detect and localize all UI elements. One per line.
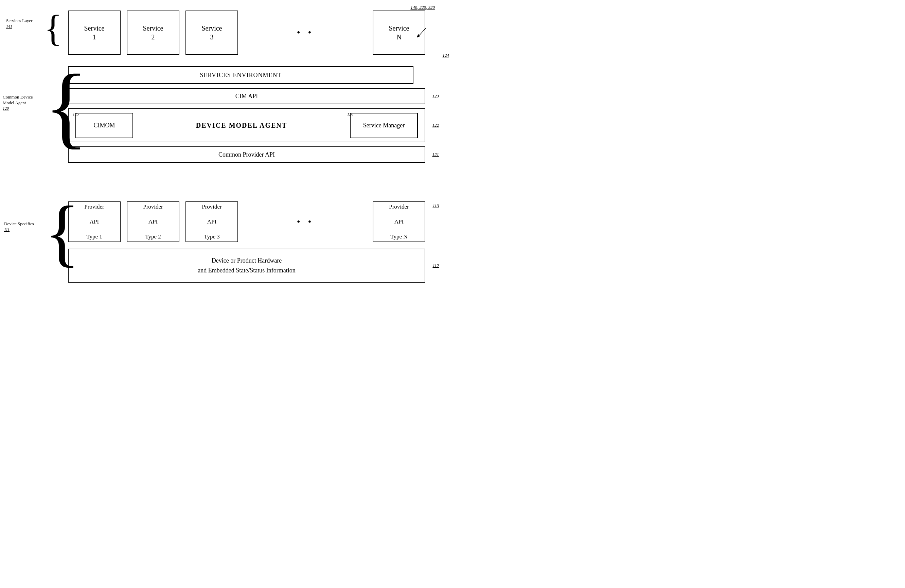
dma-label: DEVICE MODEL AGENT xyxy=(133,122,350,129)
services-dots: • • xyxy=(244,27,367,38)
services-env-box: SERVICES ENVIRONMENT xyxy=(68,66,413,84)
provider-box-1: Provider API Type 1 xyxy=(68,202,121,242)
provider-row: Provider API Type 1 Provider API Type 2 … xyxy=(68,200,426,244)
hardware-container: Device or Product Hardware and Embedded … xyxy=(68,249,426,283)
cdma-layer-label: Common Device Model Agent 120 xyxy=(3,94,33,111)
diagram-container: { Services Layer 141 Service 1 Service 2… xyxy=(0,0,452,294)
ref-140-220-320: 140, 220, 320 xyxy=(411,5,435,10)
cimom-box: CIMOM xyxy=(75,113,133,138)
cim-api-container: CIM API 123 xyxy=(68,88,426,104)
provider-box-2: Provider API Type 2 xyxy=(127,202,179,242)
ref-112: 112 xyxy=(432,263,439,269)
service-manager-box: Service Manager xyxy=(350,113,418,138)
common-provider-container: Common Provider API 121 xyxy=(68,146,426,163)
services-layer-label: Services Layer 141 xyxy=(6,17,33,30)
provider-dots: • • xyxy=(244,216,367,227)
ref-121: 121 xyxy=(432,152,439,157)
services-env-container: SERVICES ENVIRONMENT xyxy=(68,66,426,84)
dma-row-inner: CIMOM DEVICE MODEL AGENT Service Manager xyxy=(68,109,425,141)
common-provider-box: Common Provider API xyxy=(68,146,426,163)
dma-row-outer: 125 126 CIMOM DEVICE MODEL AGENT Service… xyxy=(68,108,426,142)
service-box-1: Service 1 xyxy=(68,11,121,55)
service-box-2: Service 2 xyxy=(127,11,179,55)
dma-row-container: 125 126 CIMOM DEVICE MODEL AGENT Service… xyxy=(68,108,426,142)
service-box-3: Service 3 xyxy=(186,11,238,55)
cdma-section: SERVICES ENVIRONMENT CIM API 123 125 126… xyxy=(68,66,426,163)
provider-row-container: Provider API Type 1 Provider API Type 2 … xyxy=(68,200,426,244)
hardware-box: Device or Product Hardware and Embedded … xyxy=(68,249,426,283)
cim-api-box: CIM API xyxy=(68,88,426,104)
ref-122: 122 xyxy=(432,122,439,128)
device-specifics-section: Provider API Type 1 Provider API Type 2 … xyxy=(68,200,426,283)
ref-123: 123 xyxy=(432,94,439,99)
services-layer-row: Service 1 Service 2 Service 3 • • Servic… xyxy=(68,6,426,59)
provider-box-3: Provider API Type 3 xyxy=(186,202,238,242)
device-layer-label: Device Specifics 111 xyxy=(4,221,34,233)
ref-113: 113 xyxy=(432,203,439,208)
ref-124: 124 xyxy=(443,52,449,58)
service-n-arrow xyxy=(413,24,433,41)
provider-box-n: Provider API Type N xyxy=(373,202,426,242)
svg-marker-1 xyxy=(417,34,420,37)
services-brace: { xyxy=(44,10,62,47)
